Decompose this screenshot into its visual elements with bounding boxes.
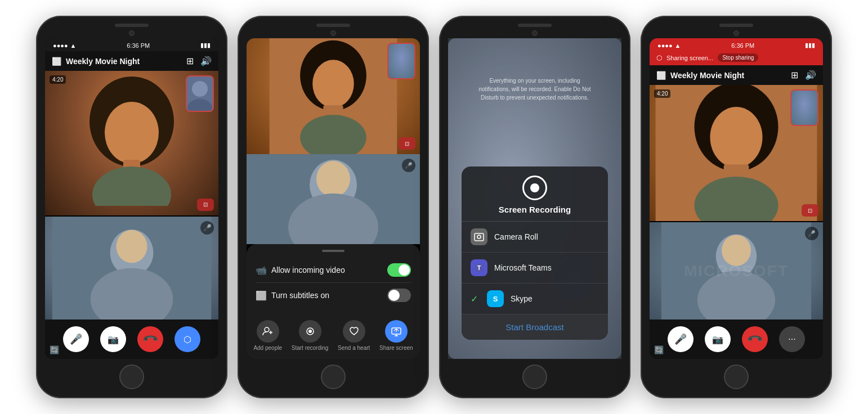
grid-icon[interactable]: ⊞ [186, 56, 194, 66]
phone-2-screen: ⊡ 🎤 [247, 38, 420, 359]
phone-3: Everything on your screen, including not… [439, 16, 630, 398]
camera-roll-icon [471, 228, 487, 245]
send-heart-action[interactable]: Send a heart [338, 320, 370, 351]
screen-record-warning: Everything on your screen, including not… [478, 76, 591, 102]
skype-label: Skype [511, 294, 533, 303]
watermark: MICROSOFT [650, 222, 823, 320]
more-options-button[interactable]: ··· [779, 326, 805, 352]
subtitles-toggle[interactable] [387, 289, 411, 302]
phone-4-screen: ●●●● ▲ 6:36 PM ▮▮▮ ⬡ Sharing screen... S… [650, 38, 823, 359]
wifi-4: ▲ [675, 42, 681, 49]
phone-4-home-button[interactable] [724, 364, 749, 389]
options-panel: 📹 Allow incoming video ⬜ Turn subtitles … [247, 244, 420, 316]
call-title: Weekly Movie Night [66, 57, 182, 66]
svg-point-3 [92, 166, 171, 206]
mic-button[interactable]: 🎤 [63, 326, 89, 352]
share-screen-button[interactable]: ⬡ [175, 326, 200, 352]
video-button[interactable]: 📷 [100, 326, 126, 352]
drag-handle[interactable] [322, 250, 344, 252]
phone-4: ●●●● ▲ 6:36 PM ▮▮▮ ⬡ Sharing screen... S… [641, 16, 832, 398]
signal-dots: ●●●● [53, 42, 68, 49]
incoming-video-label: 📹 Allow incoming video [256, 265, 345, 276]
phone-1: ●●●● ▲ 6:36 PM ▮▮▮ ⬜ Weekly Movie Night … [36, 16, 227, 398]
start-recording-action[interactable]: Start recording [292, 320, 329, 351]
action-buttons-bar: Add people Start recording Send a heart [247, 316, 420, 359]
camera-roll-option[interactable]: Camera Roll [462, 222, 608, 253]
phone-4-remote-video: 4:20 ⊡ [650, 85, 823, 221]
phone-2-self-thumbnail [387, 43, 415, 79]
subtitles-text: Turn subtitles on [271, 291, 329, 300]
stop-sharing-button[interactable]: Stop sharing [718, 53, 758, 62]
volume-icon[interactable]: 🔊 [200, 56, 212, 66]
svg-point-25 [477, 235, 481, 238]
share-screen-icon [385, 320, 408, 343]
volume-icon-4[interactable]: 🔊 [805, 70, 816, 80]
start-recording-icon [299, 320, 321, 343]
screen-recording-title: Screen Recording [499, 205, 571, 214]
svg-point-9 [117, 230, 147, 263]
start-recording-label: Start recording [292, 345, 329, 351]
ms-teams-option[interactable]: T Microsoft Teams [462, 253, 608, 284]
svg-point-1 [105, 102, 159, 164]
camera-flip-icon-4[interactable]: 🔄 [654, 345, 664, 354]
phone-4-mic-button[interactable]: 🎤 [668, 326, 693, 352]
svg-point-18 [316, 161, 350, 197]
add-people-action[interactable]: Add people [253, 320, 282, 351]
call-duration-1: 4:20 [50, 75, 66, 84]
incoming-video-option[interactable]: 📹 Allow incoming video [256, 258, 411, 283]
add-people-label: Add people [253, 345, 282, 351]
send-heart-icon [343, 320, 365, 343]
hangup-button[interactable]: 📞 [132, 321, 168, 357]
skype-icon: S [487, 290, 504, 307]
svg-text:S: S [493, 295, 498, 303]
record-dot [530, 183, 539, 192]
start-broadcast-button[interactable]: Start Broadcast [462, 314, 608, 340]
phone-4-controls: 🎤 📷 📞 ··· [650, 320, 823, 359]
time-4: 6:36 PM [731, 42, 754, 49]
call-title-4: Weekly Movie Night [670, 71, 786, 80]
incoming-video-toggle[interactable] [387, 263, 411, 277]
phone-4-self-thumbnail [790, 89, 818, 126]
share-screen-label: Share screen [379, 345, 413, 351]
phone-3-camera [532, 30, 538, 36]
signal-4: ●●●● [657, 42, 673, 49]
phone-2: ⊡ 🎤 [238, 16, 429, 398]
phone-1-header: ⬜ Weekly Movie Night ⊞ 🔊 [45, 51, 218, 71]
battery-4: ▮▮▮ [805, 42, 815, 49]
camera-roll-label: Camera Roll [494, 232, 538, 241]
phone-4-hangup-button[interactable]: 📞 [736, 321, 773, 357]
phone-2-home-button[interactable] [321, 364, 346, 389]
svg-point-20 [265, 327, 269, 332]
skype-option[interactable]: ✓ S Skype [462, 284, 608, 314]
sharing-indicator-bar: ⬡ Sharing screen... Stop sharing [650, 51, 823, 65]
subtitles-icon: ⬜ [256, 290, 267, 301]
svg-point-22 [308, 330, 312, 333]
svg-rect-24 [475, 233, 484, 241]
status-time: 6:36 PM [127, 42, 150, 49]
incoming-video-icon: 📹 [256, 265, 267, 276]
phone-1-status-bar: ●●●● ▲ 6:36 PM ▮▮▮ [45, 38, 218, 51]
phone-3-home-button[interactable] [522, 364, 547, 389]
phone-4-header: ⬜ Weekly Movie Night ⊞ 🔊 [650, 65, 823, 85]
phone-2-remote-video: ⊡ [247, 38, 420, 154]
phone-4-speaker [719, 24, 753, 27]
chat-icon-4: ⬜ [656, 71, 666, 80]
grid-icon-4[interactable]: ⊞ [791, 70, 798, 80]
svg-point-5 [192, 81, 208, 97]
phone-2-mic-icon: 🎤 [402, 159, 415, 172]
incoming-video-text: Allow incoming video [271, 266, 345, 274]
call-duration-4: 4:20 [654, 89, 670, 98]
header-icons: ⊞ 🔊 [186, 56, 212, 66]
camera-flip-icon[interactable]: 🔄 [50, 345, 59, 354]
mic-mute-indicator: 🎤 [200, 221, 214, 235]
svg-text:T: T [477, 264, 481, 271]
phone-4-video-button[interactable]: 📷 [705, 326, 731, 352]
local-person-video [45, 217, 218, 320]
phone-1-home-button[interactable] [119, 364, 144, 389]
share-screen-action[interactable]: Share screen [379, 320, 413, 351]
phone-2-local-video: 🎤 [247, 154, 420, 244]
phone-4-camera [733, 30, 739, 36]
subtitles-option[interactable]: ⬜ Turn subtitles on [256, 283, 411, 308]
phone-4-status-bar: ●●●● ▲ 6:36 PM ▮▮▮ [650, 38, 823, 51]
battery-icon: ▮▮▮ [200, 42, 211, 49]
